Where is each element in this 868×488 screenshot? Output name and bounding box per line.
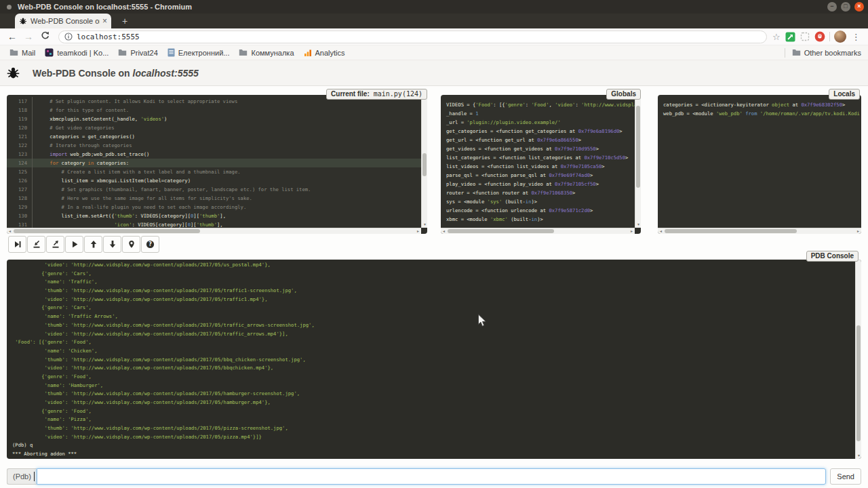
address-bar[interactable]: localhost:5555 xyxy=(58,30,767,43)
bookmark-elektronniy[interactable]: Електронний... xyxy=(167,48,230,57)
pdb-prompt-bar: (Pdb) Send xyxy=(7,468,861,485)
scroll-right-arrow[interactable]: ▸ xyxy=(855,228,861,234)
window-close-button[interactable]: × xyxy=(854,2,864,12)
console-line: {'genre': 'Food', xyxy=(12,373,855,382)
console-line: {'genre': 'Food', xyxy=(12,407,855,416)
help-button[interactable]: ? xyxy=(141,236,159,253)
tab-close-icon[interactable]: × xyxy=(102,16,107,26)
browser-toolbar: ← → localhost:5555 ☆ ⋮ xyxy=(0,28,868,45)
page-title: Web-PDB Console on localhost:5555 xyxy=(33,68,199,79)
scroll-down-arrow[interactable]: ▾ xyxy=(422,222,427,228)
other-bookmarks-button[interactable]: Other bookmarks xyxy=(792,49,861,57)
code-line: 119 xbmcplugin.setContent(_handle, 'vide… xyxy=(7,115,421,123)
back-button[interactable]: ← xyxy=(4,31,20,42)
globals-horizontal-scrollbar[interactable]: ◂ ▸ xyxy=(441,228,635,234)
console-line: *** Aborting addon *** xyxy=(12,450,855,459)
down-button[interactable] xyxy=(103,236,121,253)
bookmark-mail[interactable]: Mail xyxy=(9,49,35,57)
line-number: 118 xyxy=(7,106,33,115)
scrollbar-thumb[interactable] xyxy=(665,229,797,233)
line-number: 130 xyxy=(7,211,33,220)
pdb-console-panel: 'video': 'http://www.vidsplay.com/wp-con… xyxy=(7,260,861,459)
window-minimize-button[interactable]: − xyxy=(827,2,837,12)
line-number: 120 xyxy=(7,123,33,132)
console-vertical-scrollbar[interactable]: ▾ xyxy=(855,260,861,459)
scroll-left-arrow[interactable]: ◂ xyxy=(7,228,13,234)
up-button[interactable] xyxy=(84,236,102,253)
scroll-down-arrow[interactable]: ▾ xyxy=(635,222,641,228)
globals-vertical-scrollbar[interactable]: ▾ xyxy=(635,95,641,228)
folder-icon xyxy=(118,49,127,56)
locals-panel: categories = <dictionary-keyiterator obj… xyxy=(658,95,861,234)
browser-menu-icon[interactable]: ⋮ xyxy=(852,32,861,42)
line-number: 126 xyxy=(7,176,33,185)
console-line: 'thumb': 'http://www.vidsplay.com/wp-con… xyxy=(12,390,855,399)
code-line: 122 # Iterate through categories xyxy=(7,141,421,150)
console-line: 'video': 'http://www.vidsplay.com/wp-con… xyxy=(12,364,855,373)
code-line: 129 # In a real-life plugin you need to … xyxy=(7,203,421,211)
where-button[interactable] xyxy=(122,236,140,253)
scroll-right-arrow[interactable]: ▸ xyxy=(415,228,421,234)
pdb-prompt-label: (Pdb) xyxy=(7,468,37,485)
profile-avatar[interactable] xyxy=(834,30,846,43)
code-line: 130 list_item.setArt({'thumb': VIDEOS[ca… xyxy=(7,211,421,220)
mouse-cursor xyxy=(477,314,487,327)
bookmark-teamkodi[interactable]: teamkodi | Ko... xyxy=(45,48,108,57)
scrollbar-thumb[interactable] xyxy=(636,106,640,188)
code-vertical-scrollbar[interactable]: ▴ ▾ xyxy=(421,95,427,228)
locals-horizontal-scrollbar[interactable]: ◂ ▸ xyxy=(658,228,861,234)
next-button[interactable] xyxy=(8,236,26,253)
tab-title: Web-PDB Console on loca xyxy=(31,17,100,25)
browser-tab[interactable]: Web-PDB Console on loca × xyxy=(15,14,111,28)
page-info-icon[interactable] xyxy=(64,33,73,41)
current-file-label: Current file: main.py(124) xyxy=(326,89,427,100)
line-number: 117 xyxy=(7,97,33,106)
locals-label: Locals xyxy=(829,89,860,100)
globals-line: get_videos = <function get_videos at 0x7… xyxy=(446,144,635,153)
console-line: 'thumb': 'http://www.vidsplay.com/wp-con… xyxy=(12,356,855,365)
globals-label: Globals xyxy=(606,89,641,100)
extension-green-arrow-icon[interactable] xyxy=(785,32,795,42)
console-line: 'name': 'Chicken', xyxy=(12,347,855,356)
line-number: 125 xyxy=(7,167,33,176)
reload-button[interactable] xyxy=(37,31,53,42)
window-maximize-button[interactable]: □ xyxy=(841,2,850,12)
scrollbar-thumb[interactable] xyxy=(422,153,427,176)
bookmark-kommunalka[interactable]: Коммуналка xyxy=(239,49,294,57)
return-button[interactable] xyxy=(46,236,64,253)
scrollbar-thumb[interactable] xyxy=(448,229,554,233)
locals-line: web_pdb = <module 'web_pdb' from '/home/… xyxy=(663,109,861,118)
console-output: 'video': 'http://www.vidsplay.com/wp-con… xyxy=(7,260,855,459)
pdb-command-input[interactable] xyxy=(37,468,826,485)
console-line: 'name': 'Hamburger', xyxy=(12,382,855,390)
new-tab-button[interactable]: + xyxy=(117,16,133,27)
send-button[interactable]: Send xyxy=(830,468,861,485)
code-horizontal-scrollbar[interactable]: ◂ ▸ xyxy=(7,228,421,234)
globals-line: urlencode = <function urlencode at 0x7f9… xyxy=(446,206,635,215)
scrollbar-thumb[interactable] xyxy=(14,229,200,233)
map-marker-icon xyxy=(127,240,136,249)
extension-dashed-square-icon[interactable] xyxy=(800,32,810,41)
scroll-left-arrow[interactable]: ◂ xyxy=(441,228,447,234)
globals-line: xbmc = <module 'xbmc' (built-in)> xyxy=(446,215,635,224)
continue-button[interactable] xyxy=(65,236,83,253)
globals-line: list_videos = <function list_videos at 0… xyxy=(446,162,635,171)
scrollbar-thumb[interactable] xyxy=(856,325,861,441)
console-line: 'Food': [{'genre': 'Food', xyxy=(12,338,855,347)
bookmark-privat24[interactable]: Privat24 xyxy=(118,49,157,57)
forward-button[interactable]: → xyxy=(20,31,37,42)
scroll-down-arrow[interactable]: ▾ xyxy=(856,453,861,459)
extension-adblock-hand-icon[interactable] xyxy=(814,31,825,42)
step-into-icon xyxy=(33,240,41,249)
step-button[interactable] xyxy=(27,236,45,253)
code-line: 123 import web_pdb;web_pdb.set_trace() xyxy=(7,150,421,159)
scroll-left-arrow[interactable]: ◂ xyxy=(658,228,664,234)
line-number: 128 xyxy=(7,194,33,203)
bookmark-star-icon[interactable]: ☆ xyxy=(772,32,781,42)
scroll-right-arrow[interactable]: ▸ xyxy=(629,228,635,234)
console-line: {'genre': 'Cars', xyxy=(12,270,855,279)
bookmark-analytics[interactable]: Analytics xyxy=(304,49,345,57)
window-title: Web-PDB Console on localhost:5555 - Chro… xyxy=(18,3,192,11)
console-line: 'video': 'http://www.vidsplay.com/wp-con… xyxy=(12,330,855,339)
locals-line: categories = <dictionary-keyiterator obj… xyxy=(663,100,861,109)
